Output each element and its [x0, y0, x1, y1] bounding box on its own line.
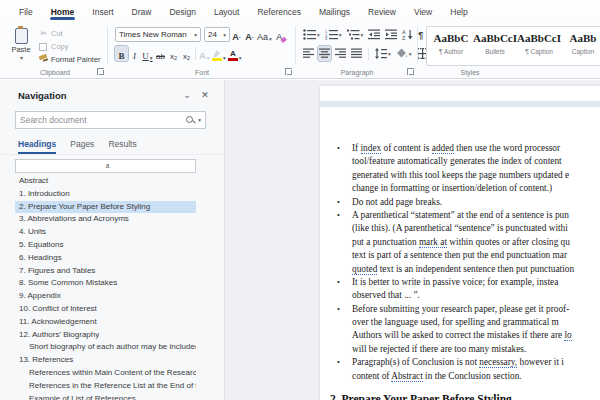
- nav-heading-item[interactable]: 8. Some Common Mistakes: [15, 277, 196, 290]
- multilevel-list-button[interactable]: ▾: [346, 27, 365, 42]
- ribbon-tab-view[interactable]: View: [405, 2, 441, 21]
- ribbon-tab-file[interactable]: File: [10, 2, 42, 21]
- copy-button[interactable]: Copy: [38, 40, 101, 53]
- ribbon-tab-references[interactable]: References: [248, 2, 309, 21]
- clipboard-dialog-launcher[interactable]: [97, 68, 104, 75]
- document-page[interactable]: •If index of content is added then use t…: [320, 86, 600, 400]
- search-options-chevron-icon[interactable]: ▾: [198, 117, 201, 123]
- nav-heading-label: 6. Headings: [19, 253, 62, 262]
- nav-heading-label: 1. Introduction: [19, 189, 70, 198]
- search-icon[interactable]: [186, 116, 195, 125]
- divider: [368, 47, 369, 60]
- align-left-button[interactable]: [302, 46, 315, 61]
- document-content[interactable]: •If index of content is added then use t…: [320, 142, 600, 400]
- subscript-button[interactable]: x2: [167, 46, 180, 61]
- strikethrough-button[interactable]: ab: [154, 46, 167, 61]
- paste-button[interactable]: Paste ▾: [8, 26, 34, 70]
- document-text-line: •A parenthetical “statement” at the end …: [320, 209, 600, 222]
- nav-heading-item[interactable]: 3. Abbreviations and Acronyms: [15, 213, 196, 226]
- nav-heading-item[interactable]: 12. Authors' Biography: [15, 329, 196, 342]
- change-case-button[interactable]: Aa▾: [256, 27, 273, 42]
- clear-formatting-button[interactable]: A: [273, 27, 286, 42]
- font-size-combobox[interactable]: 24 ▾: [204, 27, 230, 42]
- style-item---author[interactable]: AaBbC¶ Author: [429, 29, 473, 63]
- nav-tab-headings[interactable]: Headings: [18, 139, 56, 154]
- bullet-list-button[interactable]: ▾: [302, 27, 321, 42]
- nav-heading-item[interactable]: Example of List of References: [15, 393, 196, 400]
- text-highlight-button[interactable]: ▾: [211, 46, 227, 61]
- font-color-button[interactable]: A▾: [227, 46, 243, 61]
- navigation-headings-list: aAbstract1. Introduction2. Prepare Your …: [0, 155, 224, 400]
- clipboard-stack: ✂ Cut Copy Format Painter: [38, 27, 101, 66]
- superscript-button[interactable]: x2: [180, 46, 193, 61]
- ribbon-tab-mailings[interactable]: Mailings: [310, 2, 359, 21]
- ribbon-tab-review[interactable]: Review: [359, 2, 405, 21]
- cut-button[interactable]: ✂ Cut: [38, 27, 101, 40]
- nav-heading-label: References in the Reference List at the …: [29, 381, 196, 390]
- justify-button[interactable]: [350, 46, 363, 61]
- nav-heading-label: a: [106, 162, 110, 169]
- line-spacing-button[interactable]: ▾: [374, 46, 392, 61]
- styles-group: AaBbC¶ AuthorAaBbCcIBulletsAaBbCcI¶ Capt…: [420, 22, 600, 78]
- italic-button[interactable]: I: [128, 46, 141, 61]
- nav-heading-item[interactable]: a: [15, 159, 196, 173]
- document-text-line: (like this). (A parenthetical “sentence”…: [320, 222, 600, 235]
- nav-heading-item[interactable]: 7. Figures and Tables: [15, 265, 196, 278]
- numbered-list-button[interactable]: 123 ▾: [324, 27, 343, 42]
- ribbon-tab-insert[interactable]: Insert: [83, 2, 122, 21]
- nav-heading-item[interactable]: 4. Units: [15, 226, 196, 239]
- increase-indent-button[interactable]: [384, 27, 398, 42]
- shrink-font-button[interactable]: Aˇ: [243, 27, 256, 42]
- format-painter-button[interactable]: Format Painter: [38, 53, 101, 66]
- search-box[interactable]: ▾: [15, 111, 206, 129]
- scissors-icon: ✂: [38, 29, 49, 38]
- nav-heading-label: 8. Some Common Mistakes: [19, 278, 117, 287]
- nav-heading-item[interactable]: References within Main Content of the Re…: [15, 367, 196, 380]
- nav-heading-item[interactable]: 1. Introduction: [15, 188, 196, 201]
- ribbon-tab-draw[interactable]: Draw: [123, 2, 161, 21]
- text-effects-button[interactable]: A▾: [198, 46, 211, 61]
- align-right-button[interactable]: [334, 46, 347, 61]
- nav-tab-results[interactable]: Results: [108, 139, 136, 154]
- chevron-down-icon: ▾: [223, 32, 226, 38]
- bold-button[interactable]: B: [115, 46, 128, 61]
- sort-button[interactable]: AZ: [401, 27, 414, 42]
- bullet-list-icon: [303, 29, 316, 40]
- ribbon-tab-home[interactable]: Home: [42, 2, 84, 21]
- style-item---caption[interactable]: AaBbCcI¶ Caption: [517, 29, 561, 63]
- align-center-button[interactable]: [318, 46, 331, 61]
- nav-heading-item[interactable]: 10. Conflict of Interest: [15, 303, 196, 316]
- style-item-bullets[interactable]: AaBbCcIBullets: [473, 29, 517, 63]
- nav-heading-item[interactable]: 11. Acknowledgement: [15, 316, 196, 329]
- nav-heading-item[interactable]: 5. Equations: [15, 239, 196, 252]
- search-input[interactable]: [20, 115, 186, 125]
- nav-heading-label: 9. Appendix: [19, 291, 61, 300]
- font-name-combobox[interactable]: Times New Roman ▾: [115, 27, 201, 42]
- nav-heading-label: Abstract: [19, 176, 48, 185]
- shading-button[interactable]: ▾: [395, 46, 413, 61]
- navigation-pane-close-icon[interactable]: ✕: [196, 88, 214, 102]
- nav-heading-item[interactable]: 13. References: [15, 354, 196, 367]
- ribbon-tab-design[interactable]: Design: [160, 2, 204, 21]
- grow-font-button[interactable]: Aˆ: [230, 27, 243, 42]
- nav-heading-item[interactable]: 2. Prepare Your Paper Before Styling: [15, 201, 196, 214]
- document-text-line: over the language used, for spelling and…: [320, 316, 600, 329]
- nav-heading-item[interactable]: Abstract: [15, 175, 196, 188]
- style-item-caption[interactable]: AaBbCaption: [561, 29, 600, 63]
- navigation-pane-options-chevron-icon[interactable]: ⌄: [178, 88, 196, 102]
- nav-heading-item[interactable]: 6. Headings: [15, 252, 196, 265]
- paint-bucket-icon: [396, 48, 408, 59]
- paste-dropdown-arrow[interactable]: ▾: [9, 54, 34, 61]
- nav-tab-pages[interactable]: Pages: [70, 139, 94, 154]
- font-dialog-launcher[interactable]: [285, 68, 292, 75]
- paragraph-dialog-launcher[interactable]: [407, 68, 414, 75]
- nav-heading-item[interactable]: 9. Appendix: [15, 290, 196, 303]
- underline-button[interactable]: U▾: [141, 46, 154, 61]
- navigation-pane-title: Navigation: [18, 90, 178, 101]
- ribbon-tab-layout[interactable]: Layout: [205, 2, 249, 21]
- decrease-indent-button[interactable]: [367, 27, 381, 42]
- page-gap: [320, 101, 600, 107]
- ribbon-tab-help[interactable]: Help: [441, 2, 476, 21]
- nav-heading-item[interactable]: Short biography of each author may be in…: [15, 341, 196, 354]
- nav-heading-item[interactable]: References in the Reference List at the …: [15, 380, 196, 393]
